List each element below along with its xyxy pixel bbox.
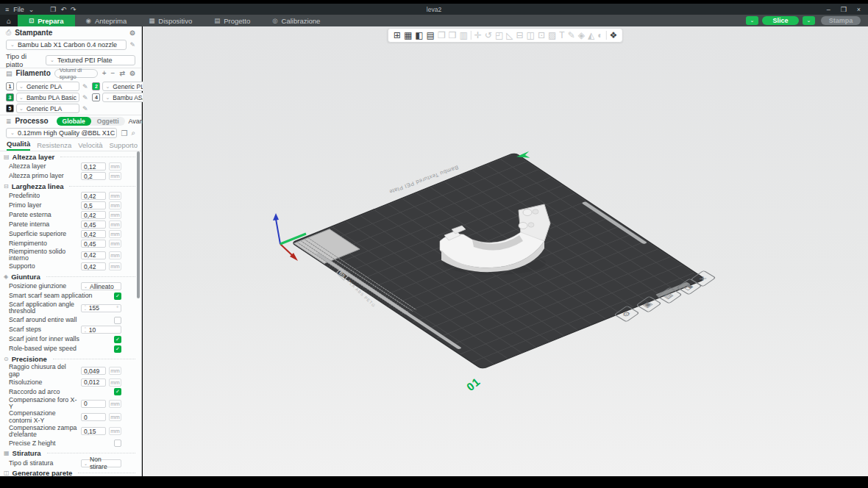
scope-global-pill[interactable]: Globale: [57, 117, 91, 126]
param-value-input[interactable]: 0,42: [81, 251, 106, 259]
printer-edit-icon[interactable]: ✎: [129, 41, 135, 49]
printer-preset-select[interactable]: ⌄ Bambu Lab X1 Carbon 0.4 nozzle: [6, 40, 127, 50]
printer-settings-gear-icon[interactable]: ⚙: [129, 29, 135, 37]
save-icon[interactable]: ❐: [50, 6, 56, 13]
print-options-chevron[interactable]: ⌄: [803, 16, 815, 25]
add-filament-button[interactable]: +: [102, 69, 107, 77]
home-button[interactable]: ⌂: [0, 15, 18, 26]
undo-icon[interactable]: ↶: [60, 6, 66, 13]
filament-edit-icon[interactable]: ✎: [82, 83, 88, 90]
auto-arrange-icon[interactable]: ◧: [415, 31, 423, 40]
param-value-input[interactable]: 0,45: [81, 240, 106, 248]
search-icon[interactable]: ⌕: [131, 129, 135, 137]
scrollbar-thumb[interactable]: [137, 151, 140, 298]
param-row: Altezza primo layer0,2mm: [0, 171, 141, 181]
tab-dispositivo[interactable]: ▦Dispositivo: [138, 15, 203, 26]
param-tab-resistenza[interactable]: Resistenza: [37, 141, 71, 151]
param-checkbox[interactable]: [114, 439, 121, 447]
filament-select[interactable]: ⌄Bambu PLA Basic: [16, 93, 79, 102]
tab-label: Prepara: [38, 17, 63, 25]
param-value-input[interactable]: 0,42: [81, 230, 106, 238]
chevron-down-icon: ⌄: [105, 84, 110, 90]
filament-select[interactable]: ⌄Generic PLA: [16, 104, 79, 113]
param-value-input[interactable]: 0,049: [81, 367, 106, 375]
scope-objects-pill[interactable]: Oggetti: [91, 118, 125, 125]
parameter-list: ▤Altezza layerAltezza layer0,12mmAltezza…: [0, 151, 141, 476]
plate-number-label[interactable]: 01: [464, 375, 483, 393]
copy-preset-icon[interactable]: ❐: [121, 129, 127, 137]
param-checkbox[interactable]: [114, 317, 121, 324]
tab-progetto[interactable]: ▤Progetto: [203, 15, 261, 26]
spinner-arrows-icon[interactable]: ⌃⌄: [84, 306, 87, 310]
ams-swap-icon[interactable]: ⇄: [119, 70, 125, 77]
remove-filament-button[interactable]: −: [111, 69, 115, 77]
plate-type-select[interactable]: ⌄ Textured PEI Plate: [46, 55, 135, 65]
param-control: ✓: [114, 388, 121, 395]
restore-button[interactable]: ❒: [841, 6, 847, 13]
param-value-input[interactable]: 0,012: [81, 378, 106, 387]
file-menu-caret-icon[interactable]: ⌄: [29, 6, 35, 13]
param-checkbox[interactable]: ✓: [114, 293, 121, 300]
spinner-arrows-icon[interactable]: ⌃⌄: [84, 328, 87, 332]
flush-volumes-button[interactable]: Volumi di spurgo: [54, 69, 98, 78]
param-checkbox[interactable]: ✓: [114, 336, 121, 343]
param-value-input[interactable]: 0,42: [81, 192, 106, 200]
param-value-input[interactable]: 0,45: [81, 220, 106, 229]
process-preset-select[interactable]: ⌄ 0.12mm High Quality @BBL X1C: [6, 128, 117, 138]
param-tab-supporto[interactable]: Supporto: [109, 141, 138, 151]
slice-button[interactable]: Slice: [762, 16, 799, 25]
model-object[interactable]: [434, 203, 555, 276]
filament-select[interactable]: ⌄Generic PLA: [16, 82, 79, 91]
minimize-button[interactable]: –: [827, 6, 830, 13]
slice-actions: ⌄ Slice ⌄ Stampa: [746, 15, 868, 26]
param-row: Parete esterna0,42mm: [0, 210, 141, 220]
param-checkbox[interactable]: ✓: [114, 345, 121, 353]
param-value-input[interactable]: 0,42: [81, 262, 106, 270]
hamburger-icon[interactable]: ≡: [5, 6, 9, 13]
filament-color-chip[interactable]: 5: [6, 104, 14, 112]
param-control: 0,45mm: [81, 220, 121, 229]
tab-prepara[interactable]: ⊡Prepara: [18, 15, 75, 26]
param-value-input[interactable]: 0,5: [81, 201, 106, 209]
filament-edit-icon[interactable]: ✎: [82, 94, 88, 101]
section-header: ◫Generatore parete: [0, 468, 141, 476]
assembly-view-icon[interactable]: ❖: [609, 31, 617, 40]
layers-icon: ▥: [459, 31, 467, 40]
section-title: Altezza layer: [13, 153, 55, 161]
filament-color-chip[interactable]: 1: [6, 82, 14, 90]
param-value-input[interactable]: 0,42: [81, 211, 106, 219]
param-value-input[interactable]: 0: [81, 400, 106, 408]
filament-color-chip[interactable]: 3: [6, 93, 14, 101]
param-checkbox[interactable]: ✓: [114, 388, 121, 395]
filament-edit-icon[interactable]: ✎: [82, 105, 88, 112]
tab-calibrazione[interactable]: ◎Calibrazione: [261, 15, 331, 26]
param-label: Smart scarf seam application: [9, 293, 114, 299]
close-button[interactable]: ×: [857, 6, 861, 13]
param-value-input[interactable]: 0,15: [81, 427, 106, 435]
auto-orient-icon[interactable]: ▤: [427, 31, 435, 40]
param-dropdown[interactable]: ⌄Non stirare: [81, 459, 121, 467]
param-value-input[interactable]: 0,12: [81, 162, 106, 171]
param-unit: mm: [109, 251, 121, 259]
param-spinner[interactable]: ⌃⌄10: [81, 326, 121, 334]
file-menu[interactable]: File: [13, 6, 24, 13]
add-object-icon[interactable]: ⊞: [394, 31, 401, 40]
redo-icon[interactable]: ↷: [71, 6, 77, 13]
filament-settings-gear-icon[interactable]: ⚙: [129, 70, 135, 77]
add-plate-icon[interactable]: ▦: [404, 31, 412, 40]
viewport-3d[interactable]: ⊞▦◧▤❐❒▥✛↺◰◺⊟◫⊡▨T✎◈◭◐❖: [143, 26, 868, 476]
viewport-toolbar: ⊞▦◧▤❐❒▥✛↺◰◺⊟◫⊡▨T✎◈◭◐❖: [388, 28, 623, 43]
filament-color-chip[interactable]: 4: [92, 93, 100, 101]
param-dropdown[interactable]: ⌄Allineato: [81, 282, 121, 290]
filament-color-chip[interactable]: 2: [92, 82, 100, 90]
print-button[interactable]: Stampa: [821, 16, 861, 25]
param-tab-velocità[interactable]: Velocità: [78, 141, 102, 151]
param-tab-qualità[interactable]: Qualità: [7, 140, 30, 151]
plate-type-label: Tipo di piatto: [6, 52, 46, 68]
param-value-input[interactable]: 0,2: [81, 172, 106, 180]
slice-options-chevron[interactable]: ⌄: [746, 16, 758, 25]
param-spinner[interactable]: ⌃⌄155°: [81, 304, 121, 312]
param-value-input[interactable]: 0: [81, 413, 106, 421]
tab-anteprima[interactable]: ◉Anteprima: [75, 15, 138, 26]
printer-section-title: Stampante: [15, 29, 52, 37]
